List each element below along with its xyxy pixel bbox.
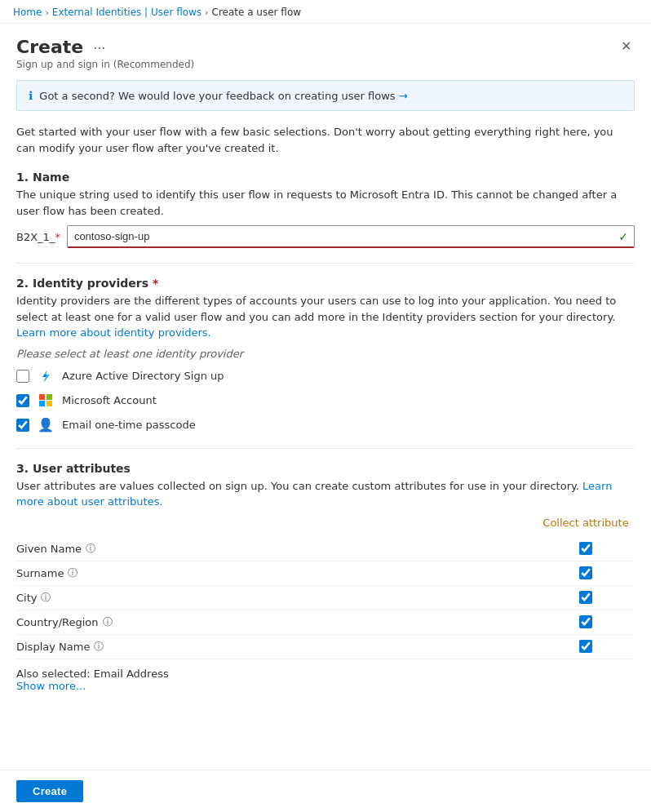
- divider-2: [16, 448, 635, 449]
- attr-country-label: Country/Region ⓘ: [16, 615, 537, 629]
- section-attributes-desc: User attributes are values collected on …: [16, 478, 635, 510]
- info-icon: ℹ: [29, 89, 33, 102]
- provider-warning: Please select at least one identity prov…: [16, 348, 635, 360]
- banner-link[interactable]: →: [399, 90, 408, 102]
- otp-icon-wrapper: 👤: [38, 417, 54, 433]
- main-content: Create ··· ✕ Sign up and sign in (Recomm…: [0, 24, 651, 770]
- attr-surname-checkbox[interactable]: [579, 566, 592, 579]
- provider-otp-label: Email one-time passcode: [62, 419, 196, 431]
- attr-row-city: City ⓘ: [16, 586, 635, 610]
- breadcrumb-current: Create a user flow: [212, 7, 302, 18]
- azure-icon: [38, 369, 53, 384]
- section-name-desc: The unique string used to identify this …: [16, 187, 635, 219]
- breadcrumb-ext-identities[interactable]: External Identities | User flows: [52, 7, 202, 18]
- attr-displayname-label: Display Name ⓘ: [16, 640, 537, 654]
- ms-sq-yellow: [46, 401, 52, 406]
- section-identity-title: 2. Identity providers *: [16, 277, 635, 290]
- section-attributes: 3. User attributes User attributes are v…: [16, 462, 635, 692]
- section-name-title: 1. Name: [16, 171, 635, 184]
- microsoft-icon: [39, 394, 52, 407]
- section-identity-desc: Identity providers are the different typ…: [16, 293, 635, 341]
- attr-surname-label: Surname ⓘ: [16, 566, 537, 580]
- section-name: 1. Name The unique string used to identi…: [16, 171, 635, 248]
- header-row: Create ··· ✕: [16, 37, 635, 57]
- input-check-icon: ✓: [618, 230, 628, 243]
- attr-col-name-header: [16, 517, 537, 529]
- breadcrumb: Home › External Identities | User flows …: [0, 0, 651, 24]
- attr-city-info: ⓘ: [41, 591, 51, 605]
- provider-otp[interactable]: 👤 Email one-time passcode: [16, 417, 635, 433]
- close-button[interactable]: ✕: [618, 37, 635, 56]
- attr-row-givenname: Given Name ⓘ: [16, 537, 635, 561]
- identity-required: *: [148, 277, 158, 290]
- person-icon: 👤: [38, 417, 54, 433]
- ms-sq-blue: [39, 401, 45, 406]
- create-button[interactable]: Create: [16, 780, 83, 802]
- azure-icon-wrapper: [38, 368, 54, 384]
- provider-list: Azure Active Directory Sign up Microsoft…: [16, 368, 635, 433]
- attr-displayname-check-cell: [537, 640, 635, 653]
- attr-city-check-cell: [537, 591, 635, 604]
- attr-city-checkbox[interactable]: [579, 591, 592, 604]
- breadcrumb-home[interactable]: Home: [13, 7, 42, 18]
- show-more-link[interactable]: Show more...: [16, 680, 86, 692]
- more-button[interactable]: ···: [90, 40, 108, 55]
- divider-1: [16, 263, 635, 264]
- attr-col-collect-header: Collect attribute: [537, 517, 635, 529]
- provider-aad-label: Azure Active Directory Sign up: [62, 370, 224, 382]
- page-container: Home › External Identities | User flows …: [0, 0, 651, 812]
- intro-text: Get started with your user flow with a f…: [16, 124, 635, 156]
- attr-city-label: City ⓘ: [16, 591, 537, 605]
- page-title: Create: [16, 37, 83, 57]
- attr-country-checkbox[interactable]: [579, 615, 592, 628]
- provider-otp-checkbox[interactable]: [16, 419, 29, 432]
- attr-country-info: ⓘ: [103, 615, 113, 629]
- breadcrumb-sep-1: ›: [45, 7, 48, 18]
- attr-givenname-checkbox[interactable]: [579, 542, 592, 555]
- attr-givenname-info: ⓘ: [86, 542, 95, 556]
- name-field-row: B2X_1_* ✓: [16, 225, 635, 248]
- attr-row-country: Country/Region ⓘ: [16, 610, 635, 635]
- attr-table-header: Collect attribute: [16, 517, 635, 532]
- ms-sq-green: [46, 394, 52, 400]
- info-banner: ℹ Got a second? We would love your feedb…: [16, 80, 635, 111]
- name-input-wrapper: ✓: [67, 225, 635, 248]
- name-input[interactable]: [67, 225, 635, 248]
- attr-row-surname: Surname ⓘ: [16, 561, 635, 586]
- attr-givenname-check-cell: [537, 542, 635, 555]
- provider-ms[interactable]: Microsoft Account: [16, 393, 635, 409]
- section-attributes-title: 3. User attributes: [16, 462, 635, 475]
- attr-row-displayname: Display Name ⓘ: [16, 635, 635, 659]
- provider-ms-checkbox[interactable]: [16, 394, 29, 407]
- banner-text: Got a second? We would love your feedbac…: [39, 90, 407, 102]
- breadcrumb-sep-2: ›: [205, 7, 208, 18]
- name-required: *: [55, 231, 60, 243]
- footer: Create: [0, 770, 651, 812]
- attr-surname-info: ⓘ: [68, 566, 78, 580]
- attr-displayname-checkbox[interactable]: [579, 640, 592, 653]
- subtitle: Sign up and sign in (Recommended): [16, 59, 635, 70]
- identity-learn-more[interactable]: Learn more about identity providers.: [16, 326, 211, 339]
- title-area: Create ···: [16, 37, 108, 57]
- provider-aad[interactable]: Azure Active Directory Sign up: [16, 368, 635, 384]
- also-selected: Also selected: Email Address: [16, 668, 635, 680]
- ms-sq-red: [39, 394, 45, 400]
- attr-givenname-label: Given Name ⓘ: [16, 542, 537, 556]
- attr-surname-check-cell: [537, 566, 635, 579]
- attr-displayname-info: ⓘ: [94, 640, 104, 654]
- attr-country-check-cell: [537, 615, 635, 628]
- name-prefix: B2X_1_*: [16, 231, 60, 243]
- section-identity: 2. Identity providers * Identity provide…: [16, 277, 635, 433]
- provider-aad-checkbox[interactable]: [16, 370, 29, 383]
- ms-icon-wrapper: [38, 393, 54, 409]
- provider-ms-label: Microsoft Account: [62, 394, 157, 406]
